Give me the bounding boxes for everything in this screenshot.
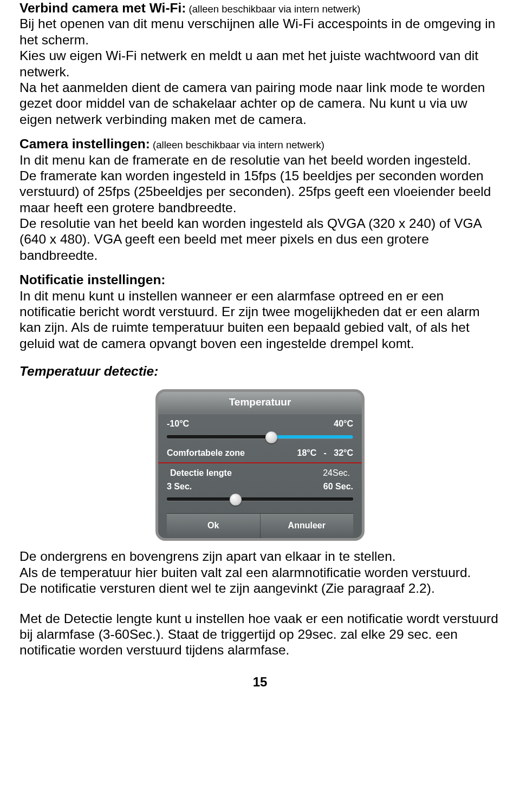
ok-button[interactable]: Ok	[167, 514, 261, 538]
section-notification-title: Notificatie instellingen:	[20, 272, 166, 287]
section-camera-subtitle: (alleen beschikbaar via intern netwerk)	[150, 139, 324, 150]
section-wifi-title: Verbind camera met Wi-Fi:	[20, 1, 186, 15]
page-number: 15	[20, 675, 500, 690]
body-text: De resolutie van het beeld kan worden in…	[20, 216, 482, 263]
footer-paragraph-2: Met de Detectie lengte kunt u instellen …	[20, 611, 500, 658]
comfort-sep: -	[324, 448, 327, 457]
section-wifi: Verbind camera met Wi-Fi: (alleen beschi…	[20, 0, 500, 127]
body-text: In dit menu kunt u instellen wanneer er …	[20, 289, 480, 351]
divider	[158, 462, 362, 463]
body-text: De framerate kan worden ingesteld in 15f…	[20, 168, 491, 215]
body-text: Bij het openen van dit menu verschijnen …	[20, 16, 495, 47]
temp-range-min: -10°C	[167, 418, 189, 429]
detection-length-value: 24Sec.	[323, 468, 350, 478]
widget-header: Temperatuur	[158, 392, 362, 415]
comfort-low: 18°C	[297, 448, 316, 457]
body-text: In dit menu kan de framerate en de resol…	[20, 153, 471, 167]
body-text: Kies uw eigen Wi-Fi netwerk en meldt u a…	[20, 48, 478, 78]
comfort-high: 32°C	[334, 448, 353, 457]
section-camera-settings: Camera instellingen: (alleen beschikbaar…	[20, 136, 500, 263]
section-wifi-subtitle: (alleen beschikbaar via intern netwerk)	[186, 3, 360, 15]
footer-paragraph-1: De ondergrens en bovengrens zijn apart v…	[20, 548, 500, 596]
detection-length-label: Detectie lengte	[170, 468, 232, 478]
section-camera-title: Camera instellingen:	[20, 136, 150, 151]
body-text: Als de temperatuur hier buiten valt zal …	[20, 565, 471, 580]
body-text: Met de Detectie lengte kunt u instellen …	[20, 611, 498, 658]
section-temperature-detection-title: Temperatuur detectie:	[20, 363, 500, 379]
detection-length-slider[interactable]	[167, 494, 353, 506]
body-text: De notificatie versturen dient wel te zi…	[20, 581, 435, 595]
detection-min: 3 Sec.	[167, 481, 192, 492]
temperature-range-slider[interactable]	[167, 431, 353, 443]
body-text: Na het aanmelden dient de camera van pai…	[20, 80, 485, 127]
temperature-widget: Temperatuur -10°C 40°C Comfortabele zone…	[155, 389, 365, 541]
section-notification-settings: Notificatie instellingen: In dit menu ku…	[20, 272, 500, 351]
cancel-button[interactable]: Annuleer	[261, 514, 354, 538]
comfort-zone-label: Comfortabele zone	[167, 448, 245, 458]
detection-max: 60 Sec.	[323, 481, 353, 492]
body-text: De ondergrens en bovengrens zijn apart v…	[20, 549, 396, 564]
temp-range-max: 40°C	[334, 418, 353, 429]
